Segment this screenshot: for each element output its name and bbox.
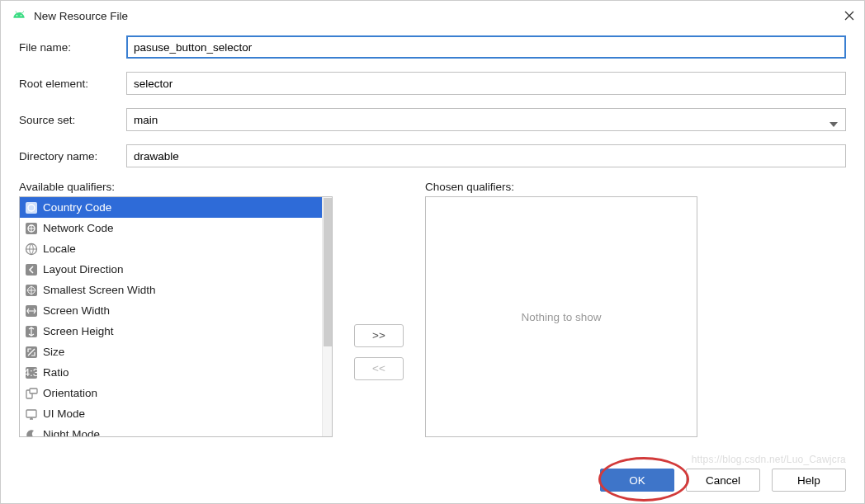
list-item-label: Smallest Screen Width xyxy=(43,284,156,296)
list-item-label: Layout Direction xyxy=(43,263,124,276)
list-item-label: Size xyxy=(43,346,64,358)
add-qualifier-button[interactable]: >> xyxy=(354,324,404,347)
arrows-both-icon xyxy=(25,284,38,297)
globe-icon xyxy=(25,243,38,256)
root-element-input[interactable] xyxy=(126,72,846,95)
list-item[interactable]: Screen Width xyxy=(20,300,322,321)
source-set-dropdown[interactable] xyxy=(126,108,846,131)
root-element-label: Root element: xyxy=(19,78,126,90)
directory-name-label: Directory name: xyxy=(19,150,126,163)
ratio-icon: 4:3 xyxy=(25,366,38,379)
svg-rect-14 xyxy=(26,410,36,417)
list-item[interactable]: Country Code xyxy=(20,197,322,218)
close-icon[interactable] xyxy=(844,11,854,21)
list-item-label: Locale xyxy=(43,243,76,255)
titlebar: New Resource File xyxy=(1,1,864,31)
list-item-label: Network Code xyxy=(43,222,114,234)
file-name-label: File name: xyxy=(19,41,126,54)
list-item[interactable]: Screen Height xyxy=(20,321,322,341)
resize-icon xyxy=(25,346,38,359)
cancel-button[interactable]: Cancel xyxy=(686,469,760,492)
available-qualifiers-listbox[interactable]: Country CodeNetwork CodeLocaleLayout Dir… xyxy=(19,196,333,437)
list-item-label: Screen Width xyxy=(43,304,110,317)
source-set-label: Source set: xyxy=(19,114,126,126)
globe-flag-icon xyxy=(25,201,38,214)
scrollbar-thumb[interactable] xyxy=(324,198,332,346)
arrows-h-icon xyxy=(25,304,38,318)
list-item[interactable]: Size xyxy=(20,341,322,362)
svg-rect-0 xyxy=(26,202,37,214)
list-item[interactable]: Night Mode xyxy=(20,424,322,436)
svg-rect-13 xyxy=(30,389,37,393)
list-item-label: Ratio xyxy=(43,366,69,379)
list-item-label: Country Code xyxy=(43,201,111,214)
remove-qualifier-button[interactable]: << xyxy=(354,357,404,380)
directory-name-input[interactable] xyxy=(126,144,846,167)
orientation-icon xyxy=(25,387,38,400)
watermark-text: https://blog.csdn.net/Luo_Cawjcra xyxy=(692,454,846,465)
help-button[interactable]: Help xyxy=(772,469,846,492)
scrollbar[interactable] xyxy=(322,197,332,436)
dialog-content: File name: Root element: Source set: Dir… xyxy=(1,31,864,437)
file-name-input[interactable] xyxy=(126,35,846,59)
list-item[interactable]: 4:3Ratio xyxy=(20,362,322,383)
night-icon xyxy=(25,428,38,437)
list-item-label: Night Mode xyxy=(43,428,100,436)
android-icon xyxy=(11,7,27,26)
list-item-label: UI Mode xyxy=(43,407,85,420)
list-item[interactable]: Smallest Screen Width xyxy=(20,280,322,300)
chosen-qualifiers-listbox[interactable]: Nothing to show xyxy=(425,196,697,437)
chosen-qualifiers-label: Chosen qualifiers: xyxy=(425,181,697,193)
available-qualifiers-label: Available qualifiers: xyxy=(19,181,333,193)
svg-rect-5 xyxy=(26,264,37,276)
list-item[interactable]: Layout Direction xyxy=(20,259,322,280)
network-icon xyxy=(25,222,38,235)
dialog-window: New Resource File File name: Root elemen… xyxy=(0,0,865,504)
arrow-left-icon xyxy=(25,263,38,276)
uimode-icon xyxy=(25,407,38,421)
list-item-label: Orientation xyxy=(43,387,97,399)
dialog-footer: OK Cancel Help xyxy=(600,469,846,492)
list-item[interactable]: Locale xyxy=(20,238,322,259)
list-item[interactable]: UI Mode xyxy=(20,403,322,424)
arrows-v-icon xyxy=(25,325,38,338)
chosen-empty-text: Nothing to show xyxy=(522,311,602,323)
svg-text:4:3: 4:3 xyxy=(25,366,38,379)
list-item[interactable]: Network Code xyxy=(20,218,322,238)
list-item-label: Screen Height xyxy=(43,325,114,337)
list-item[interactable]: Orientation xyxy=(20,383,322,403)
dialog-title: New Resource File xyxy=(34,10,844,22)
ok-button[interactable]: OK xyxy=(600,469,674,492)
